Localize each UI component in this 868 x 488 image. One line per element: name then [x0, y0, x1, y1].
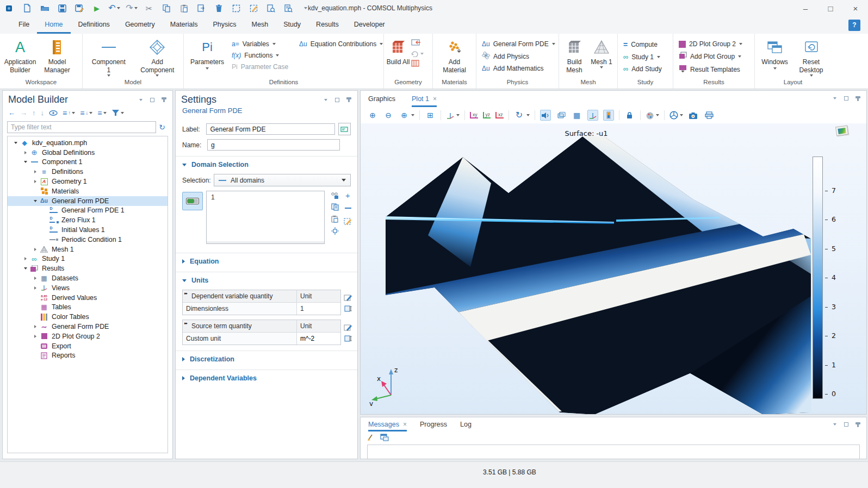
tree-item-periodic-condition-1[interactable]: Periodic Condition 1 [8, 235, 168, 245]
menu-tab-file[interactable]: File [11, 16, 37, 34]
active-toggle-button[interactable] [182, 192, 203, 210]
rotate-icon[interactable]: ↻ [514, 110, 530, 121]
tree-item-zero-flux-1[interactable]: DZero Flux 1 [8, 215, 168, 225]
model-manager-button[interactable]: Model Manager [39, 36, 75, 74]
view-yz-icon[interactable]: yz [483, 112, 491, 118]
general-form-pde-button[interactable]: ΔuGeneral Form PDE [482, 40, 555, 48]
menu-tab-materials[interactable]: Materials [163, 16, 206, 34]
panel-float-icon[interactable] [843, 95, 850, 102]
name-field[interactable] [207, 139, 340, 151]
menu-tab-study[interactable]: Study [276, 16, 308, 34]
panel-pin-icon[interactable] [854, 95, 861, 102]
expand-columns-icon[interactable]: ▸▸ [184, 291, 187, 296]
scene-light-icon[interactable] [556, 110, 567, 121]
filter-icon[interactable] [111, 109, 124, 116]
menu-tab-home[interactable]: Home [37, 16, 70, 34]
close-tab-icon[interactable]: × [433, 95, 437, 103]
zoom-to-selection-icon[interactable] [330, 227, 339, 235]
maximize-button[interactable]: □ [818, 0, 843, 16]
tree-item-component-1[interactable]: Component 1 [8, 158, 168, 167]
zoom-box-icon[interactable]: ⊕ [399, 110, 414, 121]
panel-menu-icon[interactable] [138, 97, 144, 103]
snapshot-icon[interactable] [688, 110, 699, 121]
label-field[interactable] [206, 123, 334, 135]
functions-button[interactable]: f(x)Functions [232, 52, 288, 59]
add-component-button[interactable]: Add Component [139, 36, 175, 77]
view-xy-icon[interactable]: xy [470, 112, 478, 118]
tree-item-reports[interactable]: Reports [8, 351, 168, 361]
find-replace-icon[interactable] [283, 3, 294, 14]
tree-item-mesh-1[interactable]: Mesh 1 [8, 245, 168, 254]
plot-canvas[interactable]: Surface: -u1 [361, 123, 866, 414]
panel-menu-icon[interactable] [323, 97, 329, 103]
study-1-button[interactable]: ∞Study 1 [623, 53, 662, 61]
unit-cell[interactable] [297, 333, 340, 345]
section-discretization[interactable]: Discretization [176, 351, 357, 364]
move-down-icon[interactable]: ↓ [41, 109, 45, 117]
2d-plot-group-2-button[interactable]: 2D Plot Group 2 [679, 40, 742, 48]
add-domain-icon[interactable]: + [343, 191, 352, 199]
redo-icon[interactable]: ↷ [126, 3, 137, 14]
add-plot-group-button[interactable]: Add Plot Group [679, 52, 742, 61]
save-as-icon[interactable] [74, 3, 85, 14]
panel-pin-icon[interactable] [160, 97, 167, 103]
paste-icon[interactable] [178, 3, 189, 14]
tree-item-tables[interactable]: ▦Tables [8, 303, 168, 312]
sound-icon[interactable] [540, 110, 551, 121]
close-tab-icon[interactable]: × [403, 421, 407, 428]
remove-domain-icon[interactable] [343, 204, 352, 212]
add-material-button[interactable]: Add Material [437, 36, 473, 74]
windows-button[interactable]: Windows [759, 36, 791, 70]
tree-item-views[interactable]: Views [8, 283, 168, 293]
move-up-icon[interactable]: ↑ [32, 109, 36, 117]
help-button[interactable]: ? [848, 20, 860, 31]
menu-tab-mesh[interactable]: Mesh [244, 16, 276, 34]
unit-list-icon[interactable] [343, 334, 353, 343]
expand-columns-icon[interactable]: ▸▸ [184, 321, 187, 326]
environment-icon[interactable] [669, 111, 683, 120]
menu-tab-physics[interactable]: Physics [205, 16, 244, 34]
add-physics-button[interactable]: Add Physics [482, 52, 555, 61]
tree-item-derived-values[interactable]: 8.85 e-12Derived Values [8, 293, 168, 303]
section-equation[interactable]: Equation [176, 253, 357, 266]
forward-icon[interactable]: → [20, 109, 27, 117]
zoom-extents-icon[interactable]: ⊞ [425, 110, 436, 121]
rename-button[interactable] [338, 123, 351, 135]
mesh-1-button[interactable]: Mesh 1 [588, 36, 615, 68]
tree-item-export[interactable]: Export [8, 341, 168, 351]
clear-selection-icon[interactable] [248, 3, 259, 14]
tree-item-study-1[interactable]: ∞Study 1 [8, 254, 168, 264]
unit-list-icon[interactable] [343, 304, 353, 313]
panel-float-icon[interactable] [843, 421, 850, 428]
tree-item-general-form-pde-1[interactable]: DGeneral Form PDE 1 [8, 206, 168, 216]
insert-sequence-icon[interactable] [411, 39, 424, 48]
panel-float-icon[interactable] [334, 97, 340, 103]
variables-button[interactable]: a=Variables [232, 40, 288, 48]
axes-icon[interactable] [587, 110, 598, 121]
quantity-cell[interactable]: Custom unit [183, 333, 297, 345]
print-icon[interactable] [704, 110, 715, 121]
panel-pin-icon[interactable] [345, 97, 352, 103]
reset-desktop-button[interactable]: Reset Desktop [796, 36, 827, 77]
open-file-icon[interactable] [39, 3, 50, 14]
run-icon[interactable]: ▶ [91, 3, 102, 14]
parameters-button[interactable]: Pi Parameters [190, 36, 224, 70]
close-button[interactable]: × [843, 0, 868, 16]
tree-item-root[interactable]: ◆kdv_equation.mph [8, 138, 168, 148]
create-selection-icon[interactable] [330, 191, 339, 199]
panel-menu-icon[interactable] [832, 95, 838, 102]
tree-item-initial-values-1[interactable]: DInitial Values 1 [8, 225, 168, 235]
tree-item-2d-plot-group-2[interactable]: 2D Plot Group 2 [8, 331, 168, 341]
menu-tab-geometry[interactable]: Geometry [117, 16, 163, 34]
zoom-out-icon[interactable]: ⊖ [383, 110, 394, 121]
section-units[interactable]: Units [176, 272, 357, 285]
show-icon[interactable] [49, 110, 58, 116]
paste-selection-icon[interactable] [330, 215, 339, 223]
component-1-button[interactable]: Component 1 [91, 36, 127, 77]
select-box-icon[interactable] [231, 3, 241, 14]
tree-item-results[interactable]: Results [8, 264, 168, 273]
model-tree-nodes-icon[interactable]: ≡ [97, 109, 106, 117]
tree-item-definitions[interactable]: ≡Definitions [8, 167, 168, 177]
colorbar-toggle-icon[interactable] [603, 110, 614, 121]
application-builder-button[interactable]: A Application Builder [2, 36, 38, 74]
